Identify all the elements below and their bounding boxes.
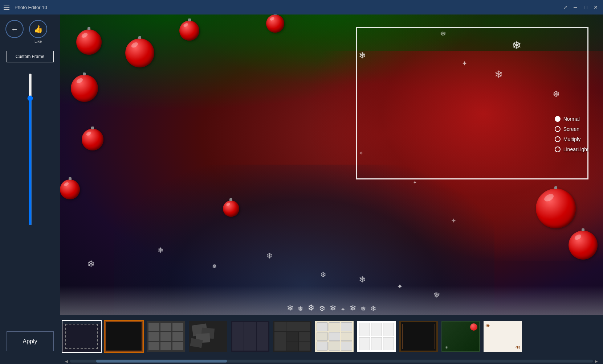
- thumb-scatter[interactable]: [188, 320, 228, 353]
- thumb-scroll-area: ❄ ❧ ❧: [62, 320, 601, 353]
- opacity-slider-container: [28, 73, 32, 226]
- blend-label-normal: Normal: [563, 116, 580, 122]
- thumb-inner-9: [399, 321, 438, 352]
- thumb-inner-8: [357, 321, 396, 352]
- thumb-inner-11: ❧ ❧: [484, 321, 522, 352]
- thumb-dots-border[interactable]: [62, 320, 102, 353]
- blend-radio-normal[interactable]: [555, 116, 561, 122]
- ornament-4: [125, 38, 154, 67]
- thumb-corner-frame[interactable]: ❧ ❧: [483, 320, 523, 353]
- thumb-inner-7: [315, 321, 354, 352]
- blend-label-screen: Screen: [563, 126, 579, 132]
- window-controls: ⤢ ─ □ ✕: [562, 4, 599, 11]
- canvas-area: ❄ ❅ ❄ ❆ ❄ ✦ ❄ ❅ ❄ ❆ ❄ ✦ ❄ ❅ ✧ ✦ ✦: [60, 15, 603, 315]
- thumb-grid-3x3[interactable]: [146, 320, 186, 353]
- maximize-button[interactable]: □: [582, 4, 589, 11]
- blend-radio-multiply[interactable]: [555, 136, 561, 142]
- blend-radio-screen[interactable]: [555, 126, 561, 132]
- thumbnails-strip: ❄ ❧ ❧: [60, 315, 603, 358]
- thumb-inner-10: ❄: [441, 321, 480, 352]
- ornament-9: [536, 189, 576, 228]
- expand-button[interactable]: ⤢: [562, 4, 569, 11]
- dots-border-inner: [65, 324, 98, 349]
- scroll-left-arrow[interactable]: ◀: [63, 358, 70, 364]
- thumb-irregular-grid[interactable]: [272, 320, 312, 353]
- thumb-white-grid[interactable]: [356, 320, 396, 353]
- like-button[interactable]: 👍: [29, 20, 47, 38]
- scroll-right-arrow[interactable]: ▶: [593, 358, 600, 364]
- blend-option-normal[interactable]: Normal: [555, 116, 588, 122]
- app-body: ← 👍 Like Custom Frame Apply: [0, 15, 603, 364]
- ornament-2: [179, 21, 199, 41]
- app-title: Photo Editor 10: [15, 5, 558, 10]
- thumb-strip-dark[interactable]: [230, 320, 270, 353]
- thumb-inner-6: [273, 321, 311, 352]
- blend-label-multiply: Multiply: [563, 136, 580, 142]
- scroll-track[interactable]: [70, 360, 593, 363]
- thumb-inner-5: [231, 321, 269, 352]
- ornament-6: [82, 129, 103, 150]
- ornament-5: [71, 75, 98, 102]
- close-button[interactable]: ✕: [592, 4, 599, 11]
- like-container: 👍 Like: [29, 20, 47, 44]
- apply-button[interactable]: Apply: [7, 331, 54, 351]
- like-label: Like: [34, 39, 42, 44]
- thumb-ornate-frame[interactable]: [399, 320, 439, 353]
- blend-option-linearlight[interactable]: LinearLight: [555, 146, 588, 152]
- bottom-snow-strip: ❄ ❅ ❄ ❆ ❄ ✦ ❄ ❅ ❄: [60, 286, 603, 315]
- custom-frame-button[interactable]: Custom Frame: [7, 51, 54, 62]
- thumb-inner-4: [189, 321, 227, 352]
- scrollbar: ◀ ▶: [60, 358, 603, 364]
- main-content: ❄ ❅ ❄ ❆ ❄ ✦ ❄ ❅ ❄ ❆ ❄ ✦ ❄ ❅ ✧ ✦ ✦: [60, 15, 603, 364]
- opacity-slider[interactable]: [28, 73, 32, 226]
- blend-option-screen[interactable]: Screen: [555, 126, 588, 132]
- blend-option-multiply[interactable]: Multiply: [555, 136, 588, 142]
- titlebar: Photo Editor 10 ⤢ ─ □ ✕: [0, 0, 603, 15]
- blend-mode-options: Normal Screen Multiply LinearLight: [555, 116, 588, 152]
- blend-label-linearlight: LinearLight: [563, 146, 588, 152]
- ornament-1: [76, 29, 102, 55]
- thumb-inner-2: [105, 321, 143, 352]
- minimize-button[interactable]: ─: [572, 4, 579, 11]
- back-button[interactable]: ←: [5, 20, 24, 38]
- scroll-thumb[interactable]: [96, 360, 227, 363]
- thumb-inner-3: [147, 321, 185, 352]
- menu-icon[interactable]: [4, 4, 11, 11]
- thumb-puzzle[interactable]: [314, 320, 354, 353]
- thumbs-up-icon: 👍: [34, 25, 43, 33]
- ornament-10: [569, 231, 598, 260]
- thumb-christmas[interactable]: ❄: [441, 320, 481, 353]
- thumb-wood-frame[interactable]: [104, 320, 144, 353]
- sidebar-top-row: ← 👍 Like: [4, 20, 56, 44]
- sidebar: ← 👍 Like Custom Frame Apply: [0, 15, 60, 364]
- blend-radio-linearlight[interactable]: [555, 146, 561, 152]
- thumb-inner-1: [62, 324, 101, 353]
- ornament-8: [223, 200, 239, 217]
- back-icon: ←: [11, 25, 18, 33]
